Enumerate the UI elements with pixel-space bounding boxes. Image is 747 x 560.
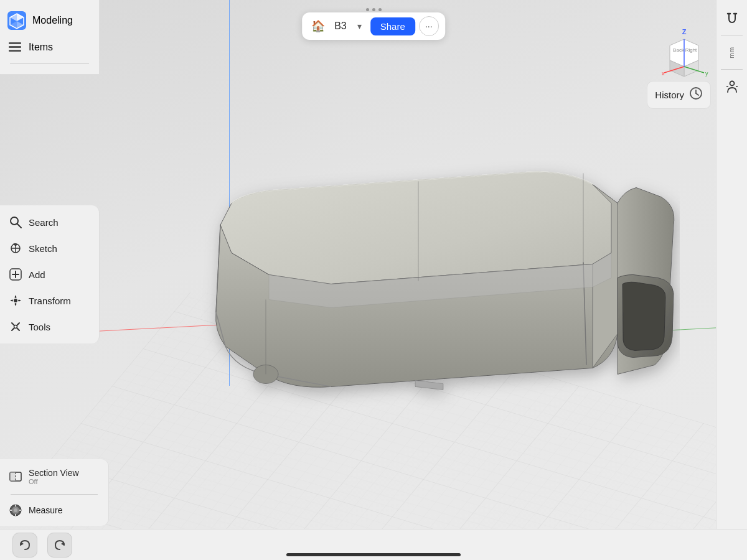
section-view-title: Section View [29, 468, 79, 478]
svg-text:Z: Z [682, 28, 687, 35]
svg-marker-29 [14, 304, 17, 306]
tool-sketch[interactable]: Sketch [0, 235, 99, 261]
history-label: History [655, 90, 684, 100]
measure-icon [9, 503, 22, 517]
sidebar-item-items[interactable]: Items [0, 35, 99, 60]
tool-add[interactable]: Add [0, 261, 99, 287]
transform-label: Transform [29, 296, 71, 306]
svg-rect-12 [9, 50, 21, 52]
filename-chevron[interactable]: ▾ [353, 19, 367, 33]
svg-point-47 [730, 82, 734, 86]
tool-tools[interactable]: Tools [0, 314, 99, 340]
svg-line-14 [17, 224, 21, 228]
viewport[interactable] [0, 0, 747, 560]
tools-icon [9, 320, 22, 334]
section-view-sub: Off [29, 478, 79, 485]
home-button[interactable]: 🏠 [308, 16, 328, 36]
add-label: Add [29, 269, 45, 280]
svg-point-13 [11, 217, 18, 225]
unit-label[interactable]: mm [720, 40, 744, 64]
dot-3 [378, 8, 382, 11]
center-toolbar: 🏠 B3 ▾ Share ··· [302, 12, 445, 40]
items-icon [7, 40, 22, 55]
sketch-icon [9, 241, 22, 255]
sketch-label: Sketch [29, 243, 57, 254]
modeling-icon [7, 11, 26, 30]
svg-rect-10 [9, 42, 21, 44]
share-button[interactable]: Share [370, 17, 415, 35]
svg-marker-28 [14, 296, 17, 297]
svg-line-63 [696, 93, 698, 95]
measure-label: Measure [29, 505, 62, 515]
dot-1 [366, 8, 369, 11]
add-icon [9, 268, 22, 281]
section-view-icon [9, 470, 22, 483]
mm-text: mm [728, 47, 735, 58]
tools-label: Tools [29, 322, 50, 332]
svg-text:y: y [705, 70, 708, 77]
svg-marker-64 [21, 542, 24, 546]
search-icon [9, 215, 22, 229]
svg-point-40 [14, 508, 17, 512]
history-panel[interactable]: History [647, 81, 711, 109]
right-divider-2 [721, 69, 742, 70]
svg-marker-31 [19, 299, 21, 302]
right-divider-1 [721, 35, 742, 35]
items-label: Items [29, 42, 53, 53]
svg-text:Back: Back [673, 47, 685, 53]
svg-text:Right: Right [685, 47, 697, 53]
sidebar-divider [10, 63, 89, 64]
home-indicator [286, 553, 461, 556]
more-button[interactable]: ··· [419, 16, 439, 36]
left-tools-panel: Search Sketch Add [0, 205, 100, 343]
modeling-label: Modeling [32, 15, 73, 26]
transform-icon [9, 294, 22, 307]
search-label: Search [29, 217, 59, 228]
svg-point-23 [14, 299, 17, 302]
svg-marker-65 [61, 542, 64, 546]
sidebar-item-modeling[interactable]: Modeling [0, 6, 99, 35]
ar-button[interactable] [720, 75, 744, 98]
bottom-bar [0, 529, 747, 560]
section-view-labels: Section View Off [29, 468, 79, 485]
bottom-left-tools: Section View Off Measure [0, 459, 109, 526]
svg-text:x: x [662, 70, 665, 77]
section-view-item[interactable]: Section View Off [0, 463, 108, 490]
right-sidebar: mm [716, 0, 747, 560]
undo-button[interactable] [12, 533, 37, 558]
3d-model [169, 153, 680, 417]
snap-button[interactable] [720, 6, 744, 30]
dot-2 [372, 8, 375, 11]
svg-marker-30 [11, 299, 12, 302]
history-icon [689, 86, 703, 103]
redo-button[interactable] [47, 533, 72, 558]
top-dots [366, 8, 382, 11]
tools-divider [11, 494, 97, 495]
measure-item[interactable]: Measure [0, 498, 108, 522]
tool-transform[interactable]: Transform [0, 287, 99, 314]
sidebar-top-panel: Modeling Items [0, 0, 100, 75]
tool-search[interactable]: Search [0, 209, 99, 235]
svg-rect-37 [10, 472, 16, 481]
svg-rect-11 [9, 46, 21, 48]
svg-point-34 [14, 325, 17, 329]
axis-cube-panel[interactable]: Z Right Back x y [658, 28, 711, 84]
file-name-label: B3 [332, 21, 349, 32]
